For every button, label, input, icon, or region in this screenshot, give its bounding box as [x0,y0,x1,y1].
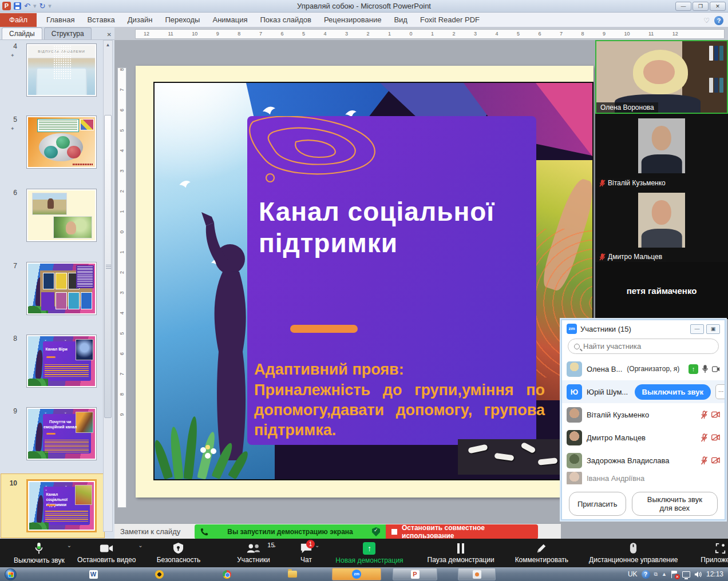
tray-window-icon[interactable]: ⧉ [654,571,658,578]
avatar [567,453,582,468]
scrollbar-thumb[interactable] [104,115,112,418]
window-title: Управляй собою - Microsoft PowerPoint [0,2,728,10]
invite-button[interactable]: Пригласить [569,492,626,516]
video-tile[interactable]: Віталій Кузьменко [595,114,728,188]
slide-body-heading[interactable]: Адаптивний прояв: [254,361,543,379]
start-button[interactable] [5,568,17,580]
help-icon[interactable]: ? [714,16,723,25]
taskbar-chrome[interactable] [218,568,235,580]
taskbar-explorer[interactable] [284,568,301,580]
mute-all-button[interactable]: Выключить звук для всех [632,492,718,516]
panel-restore-button[interactable]: ▣ [706,324,720,334]
video-tile-active-speaker[interactable]: Олена Воронова [595,40,728,114]
slides-scrollbar[interactable]: ▲ [103,40,113,532]
more-options-button[interactable]: ⋯ [715,384,726,399]
avatar [567,472,582,484]
tab-animations[interactable]: Анимация [206,13,254,27]
tab-design[interactable]: Дизайн [121,13,159,27]
pause-icon [457,543,465,554]
participant-name: Олена В... [587,365,622,373]
participants-button[interactable]: 15 Участники [231,539,275,567]
participant-row[interactable]: Задорожна Владислава [562,449,725,472]
avatar [567,407,582,423]
tab-outline[interactable]: Структура [44,27,92,39]
slide-thumbnail-10[interactable]: ⌄ ⌄ ⌄ Канал соціальної підтримки [26,479,97,532]
taskbar-antivirus[interactable] [151,568,168,580]
tab-insert[interactable]: Вставка [81,13,121,27]
avatar-initial: Ю [567,384,582,400]
remote-control-button[interactable]: Дистанционное управление [583,539,683,567]
muted-mic-icon [701,433,708,442]
slide-thumbnail-8[interactable]: ⌄ ⌄ ⌄ Канал Віри [26,335,97,388]
dash-shape [46,356,56,358]
annotate-button[interactable]: Комментировать [509,539,574,567]
tray-help-icon[interactable]: ? [642,570,650,579]
slide-thumbnail-7[interactable] [26,262,97,315]
slide-title[interactable]: Канал соціальної підтримки [259,196,528,259]
mute-button[interactable]: Выключить звук [0,539,70,567]
thumb5-credit [73,164,93,165]
slide-image[interactable]: Канал соціальної підтримки Адаптивний пр… [153,82,594,480]
video-tile[interactable]: Дмитро Мальцев [595,188,728,262]
stop-share-button[interactable]: Остановить совместное использование [386,524,538,539]
slide-thumbnail-9[interactable]: ⌄ ⌄ ⌄ Почуття чи емоційний канал [26,407,97,460]
new-share-button[interactable]: ↑ Новая демонстрация [330,539,409,567]
panel-close-icon[interactable]: ✕ [107,31,112,39]
titlebar: P ↶ ▾ ↻ ▾ Управляй собою - Microsoft Pow… [0,0,728,13]
tab-foxit[interactable]: Foxit Reader PDF [414,13,486,27]
restore-button[interactable]: ❐ [693,2,709,11]
tab-view[interactable]: Вид [387,13,414,27]
thumb5-textbox [37,119,79,132]
participant-name: Віталій Кузьменко [587,411,649,419]
thumb6-face [66,221,77,234]
slide-thumbnail-5[interactable] [26,116,97,169]
tab-review[interactable]: Рецензирование [318,13,387,27]
network-icon[interactable] [682,571,690,578]
mute-participant-button[interactable]: Выключить звук [635,384,711,400]
tab-slides-thumbnails[interactable]: Слайды [2,27,42,39]
slide-thumbnail-4[interactable]: ВІДПУСТИ ПРОБЛЕМИ [26,43,97,97]
taskbar-app[interactable] [458,568,496,580]
tab-home[interactable]: Главная [40,13,81,27]
close-button[interactable]: ✕ [710,2,726,11]
search-box[interactable] [568,339,719,354]
action-center-icon[interactable]: ✕ [671,571,678,578]
taskbar-word[interactable]: W [85,568,102,580]
slide-thumbnail-6[interactable] [26,189,97,242]
taskbar-powerpoint-active[interactable]: P [393,568,437,580]
participant-row[interactable]: Олена В... (Организатор, я) ↑ [562,357,725,380]
apps-button[interactable]: Приложения [695,539,728,567]
minimize-button[interactable]: — [675,2,691,11]
slide-canvas[interactable]: Канал соціальної підтримки Адаптивний пр… [136,66,594,498]
video-tile-no-video[interactable]: петя гаймаченко [595,262,728,319]
pause-share-button[interactable]: Пауза демонстрации [422,539,500,567]
minimize-ribbon-icon[interactable]: ♡ [703,17,710,25]
search-input[interactable] [583,342,698,351]
security-button[interactable]: Безопасность [151,539,207,567]
taskbar-zoom-active[interactable]: zm [332,568,381,580]
language-indicator[interactable]: UK [628,570,638,578]
volume-icon[interactable] [694,571,702,578]
slide-number: 9 [2,407,17,415]
tab-file[interactable]: Файл [0,13,37,27]
scroll-up-icon[interactable]: ▲ [104,41,112,49]
clock[interactable]: 12:13 [706,570,723,578]
participants-title: Участники (15) [580,325,631,333]
participant-row[interactable]: Віталій Кузьменко [562,403,725,426]
vertical-ruler-numbers: 9 8 7 6 5 4 3 2 1 0 1 2 3 4 5 6 7 8 [119,68,125,422]
participant-row-hovered[interactable]: Ю Юрій Шум... Выключить звук ⋯ [562,380,725,403]
participant-row-partial[interactable]: Іванна Андріївна [562,472,725,484]
tab-transitions[interactable]: Переходы [159,13,206,27]
chat-button[interactable]: 1 Чат [294,539,318,567]
participant-row[interactable]: Дмитро Мальцев [562,426,725,449]
secure-shield-icon [372,527,380,536]
tray-up-arrow-icon[interactable]: ▲ [662,571,667,577]
participants-icon [246,543,262,554]
slide-body-text[interactable]: Приналежність до групи,уміння по допомог… [254,380,545,440]
tab-slideshow[interactable]: Показ слайдов [254,13,318,27]
slides-panel-header: Слайды Структура ✕ [0,27,114,40]
stop-video-button[interactable]: Остановить видео [72,539,141,567]
mic-icon [702,365,709,373]
search-icon [574,344,580,349]
panel-minimize-button[interactable]: — [690,324,704,334]
